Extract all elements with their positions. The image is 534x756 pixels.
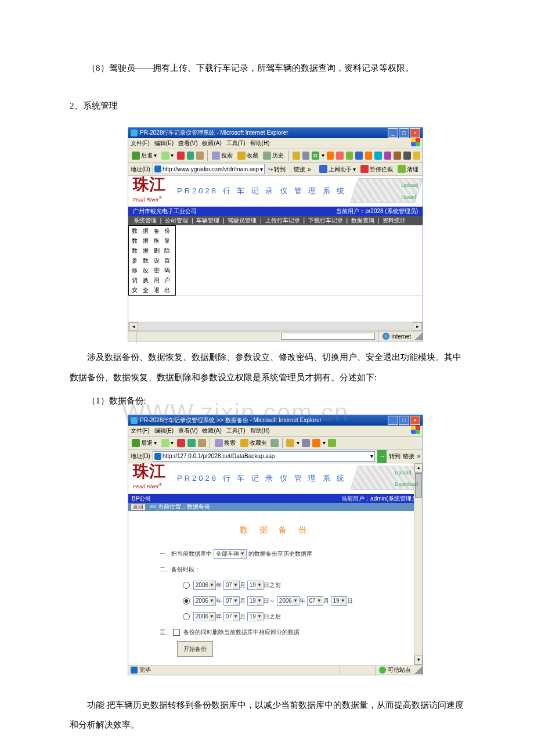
messenger-icon[interactable] [328, 439, 336, 447]
forward-button[interactable]: ▾ [160, 149, 175, 162]
maximize-button[interactable]: □ [399, 416, 409, 425]
search-button[interactable]: 搜索 [211, 149, 234, 162]
go-button[interactable]: ↪ 转到 [267, 163, 287, 176]
tool-icon-3[interactable] [346, 152, 353, 160]
day-select-3[interactable]: 19 [247, 612, 264, 621]
print-icon[interactable] [302, 439, 310, 447]
tool-icon-10[interactable] [413, 152, 421, 160]
nav-vehicle[interactable]: 车辆管理 [194, 217, 221, 224]
nav-driver[interactable]: 驾驶员管理 [226, 217, 258, 224]
tool-icon-2[interactable] [336, 152, 344, 160]
links-label[interactable]: 链接 [294, 163, 305, 176]
menu-file[interactable]: 文件(F) [131, 426, 150, 436]
back-button[interactable]: 后退 ▾ [131, 149, 158, 162]
print-icon[interactable] [302, 152, 310, 160]
menu-item-password[interactable]: 修 改 密 码 [129, 265, 175, 275]
menu-tools[interactable]: 工具(T) [226, 138, 246, 149]
menu-edit[interactable]: 编辑(E) [154, 138, 174, 149]
refresh-icon[interactable] [187, 152, 194, 160]
nav-system[interactable]: 系统管理 [132, 217, 158, 224]
nav-upload[interactable]: 上传行车记录 [264, 217, 302, 224]
title-bar[interactable]: PR-2028行车记录仪管理系统 >> 数据备份 - Microsoft Int… [128, 415, 423, 426]
forward-button[interactable]: ▾ [160, 437, 175, 449]
menu-edit[interactable]: 编辑(E) [154, 426, 174, 436]
month-select-1[interactable]: 07 [223, 581, 240, 590]
tool-icon-1[interactable] [327, 152, 334, 160]
edit-icon[interactable] [312, 439, 320, 447]
title-bar[interactable]: PR-2028行车记录仪管理系统 - Microsoft Internet Ex… [128, 128, 423, 138]
clean-button[interactable]: 清理 [396, 163, 420, 176]
nav-query[interactable]: 数据查询 [349, 217, 376, 224]
vertical-scrollbar[interactable]: ▴ ▾ [414, 463, 423, 665]
radio-before[interactable] [183, 582, 190, 589]
close-button[interactable]: × [410, 128, 420, 138]
mail-icon[interactable] [293, 152, 300, 160]
menu-item-restore[interactable]: 数 据 恢 复 [129, 236, 175, 246]
menu-favorites[interactable]: 收藏(A) [202, 138, 221, 149]
home-icon[interactable] [196, 152, 204, 160]
stop-icon[interactable] [177, 152, 185, 160]
tool-icon-8[interactable] [394, 152, 401, 160]
menu-item-backup[interactable]: 数 据 备 份 [129, 226, 175, 236]
radio-range[interactable] [183, 597, 190, 604]
menu-help[interactable]: 帮助(H) [250, 426, 270, 436]
search-button[interactable]: 搜索 [214, 437, 237, 449]
pause-button[interactable]: 暂停拦截 [359, 163, 394, 176]
nav-stats[interactable]: 资料统计 [381, 217, 407, 224]
month-select-2a[interactable]: 07 [223, 596, 240, 606]
year-select-1[interactable]: 2006 [193, 581, 216, 590]
menu-item-params[interactable]: 参 数 设 置 [129, 255, 175, 265]
menu-item-exit[interactable]: 安 全 退 出 [129, 285, 175, 295]
address-input[interactable]: http://www.ygradio.com/vtdr/main.asp ▾ [153, 164, 265, 174]
scroll-down-icon[interactable]: ▾ [414, 656, 423, 665]
refresh-icon[interactable] [187, 439, 196, 447]
minimize-button[interactable]: _ [388, 416, 398, 425]
menu-item-delete[interactable]: 数 据 删 除 [129, 246, 175, 255]
start-backup-button[interactable]: 开始备份 [177, 641, 213, 657]
menu-item-switch[interactable]: 切 换 用 户 [129, 275, 175, 285]
day-select-2a[interactable]: 19 [247, 596, 264, 606]
back-button[interactable]: 后退 ▾ [131, 437, 158, 449]
nav-company[interactable]: 公司管理 [163, 217, 190, 224]
menu-help[interactable]: 帮助(H) [250, 138, 270, 149]
resize-grip[interactable] [414, 332, 423, 340]
tool-icon-4[interactable] [355, 152, 363, 160]
tool-icon-9[interactable] [403, 152, 411, 160]
links-label[interactable]: 链接 [403, 450, 414, 463]
vehicle-select[interactable]: 全部车辆 [214, 549, 247, 559]
tool-icon-5[interactable] [365, 152, 373, 160]
month-select-2b[interactable]: 07 [307, 596, 323, 606]
tool-icon-6[interactable] [374, 152, 382, 160]
menu-view[interactable]: 查看(V) [178, 138, 197, 149]
menu-view[interactable]: 查看(V) [178, 426, 197, 436]
helper-button[interactable]: 上网助手 ▾ [318, 163, 357, 176]
back-link[interactable]: 返回 [131, 503, 146, 510]
year-select-2b[interactable]: 2006 [277, 596, 300, 606]
month-select-3[interactable]: 07 [223, 612, 240, 621]
close-button[interactable]: × [410, 416, 420, 425]
year-select-2a[interactable]: 2006 [193, 596, 216, 606]
menu-tools[interactable]: 工具(T) [226, 426, 246, 436]
year-select-3[interactable]: 2006 [193, 612, 216, 621]
delete-checkbox[interactable] [173, 629, 180, 636]
history-icon[interactable] [270, 439, 279, 447]
google-icon[interactable]: G [312, 152, 319, 160]
repair-button[interactable]: 修复 [422, 163, 423, 176]
stop-icon[interactable] [177, 439, 185, 447]
resize-grip[interactable] [414, 666, 423, 674]
menu-favorites[interactable]: 收藏(A) [202, 426, 221, 436]
maximize-button[interactable]: □ [399, 128, 409, 138]
go-button[interactable]: → [377, 450, 387, 463]
favorites-button[interactable]: 收藏 [236, 149, 259, 162]
nav-download[interactable]: 下载行车记录 [306, 217, 345, 224]
mail-icon[interactable] [286, 439, 294, 447]
day-select-2b[interactable]: 19 [331, 596, 347, 606]
minimize-button[interactable]: _ [388, 128, 398, 138]
favorites-button[interactable]: 收藏夹 [239, 437, 268, 449]
history-button[interactable]: 历史 [262, 149, 285, 162]
menu-file[interactable]: 文件(F) [131, 138, 150, 149]
day-select-1[interactable]: 19 [247, 581, 264, 590]
radio-after[interactable] [183, 613, 190, 620]
home-icon[interactable] [198, 439, 206, 447]
tool-icon-7[interactable] [384, 152, 392, 160]
